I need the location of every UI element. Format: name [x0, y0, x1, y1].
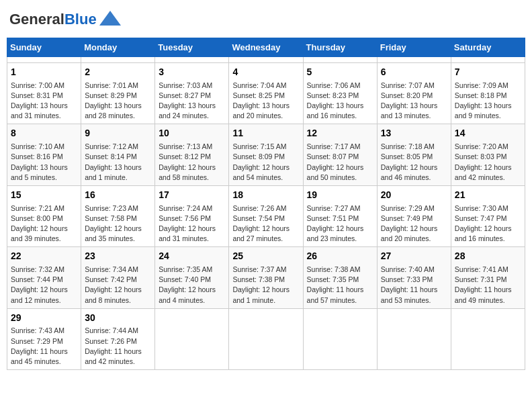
day-info: Sunrise: 7:20 AM Sunset: 8:03 PM Dayligh…	[455, 142, 521, 183]
day-cell: 16Sunrise: 7:23 AM Sunset: 7:58 PM Dayli…	[81, 185, 155, 246]
day-info: Sunrise: 7:18 AM Sunset: 8:05 PM Dayligh…	[381, 142, 447, 183]
day-cell	[451, 57, 525, 63]
day-info: Sunrise: 7:35 AM Sunset: 7:40 PM Dayligh…	[159, 265, 225, 306]
day-info: Sunrise: 7:44 AM Sunset: 7:26 PM Dayligh…	[85, 326, 151, 367]
day-number: 24	[159, 250, 225, 263]
day-number: 21	[455, 189, 521, 202]
day-cell: 7Sunrise: 7:09 AM Sunset: 8:18 PM Daylig…	[451, 63, 525, 124]
day-info: Sunrise: 7:32 AM Sunset: 7:44 PM Dayligh…	[11, 265, 77, 306]
day-number: 22	[11, 250, 77, 263]
day-number: 7	[455, 66, 521, 79]
day-info: Sunrise: 7:37 AM Sunset: 7:38 PM Dayligh…	[232, 265, 299, 306]
day-number: 12	[307, 127, 373, 140]
day-number: 16	[85, 189, 151, 202]
day-number: 14	[455, 127, 521, 140]
day-info: Sunrise: 7:17 AM Sunset: 8:07 PM Dayligh…	[307, 142, 373, 183]
day-cell: 10Sunrise: 7:13 AM Sunset: 8:12 PM Dayli…	[155, 124, 229, 185]
day-number: 10	[159, 127, 225, 140]
week-row-3: 8Sunrise: 7:10 AM Sunset: 8:16 PM Daylig…	[7, 124, 525, 185]
day-info: Sunrise: 7:21 AM Sunset: 8:00 PM Dayligh…	[11, 203, 77, 244]
day-cell: 13Sunrise: 7:18 AM Sunset: 8:05 PM Dayli…	[377, 124, 451, 185]
day-cell: 29Sunrise: 7:43 AM Sunset: 7:29 PM Dayli…	[7, 308, 81, 369]
day-cell	[155, 308, 229, 369]
day-number: 30	[85, 312, 151, 325]
day-cell: 28Sunrise: 7:41 AM Sunset: 7:31 PM Dayli…	[451, 247, 525, 308]
day-cell	[229, 57, 303, 63]
day-info: Sunrise: 7:03 AM Sunset: 8:27 PM Dayligh…	[159, 81, 225, 122]
svg-marker-0	[99, 11, 121, 26]
day-cell: 3Sunrise: 7:03 AM Sunset: 8:27 PM Daylig…	[155, 63, 229, 124]
day-cell: 18Sunrise: 7:26 AM Sunset: 7:54 PM Dayli…	[229, 185, 303, 246]
day-cell: 25Sunrise: 7:37 AM Sunset: 7:38 PM Dayli…	[229, 247, 303, 308]
day-info: Sunrise: 7:38 AM Sunset: 7:35 PM Dayligh…	[307, 265, 373, 306]
day-number: 20	[381, 189, 447, 202]
day-cell	[155, 57, 229, 63]
day-cell: 4Sunrise: 7:04 AM Sunset: 8:25 PM Daylig…	[229, 63, 303, 124]
day-info: Sunrise: 7:24 AM Sunset: 7:56 PM Dayligh…	[159, 203, 225, 244]
day-cell	[7, 57, 81, 63]
day-number: 19	[307, 189, 373, 202]
day-cell: 15Sunrise: 7:21 AM Sunset: 8:00 PM Dayli…	[7, 185, 81, 246]
day-cell: 1Sunrise: 7:00 AM Sunset: 8:31 PM Daylig…	[7, 63, 81, 124]
day-number: 5	[307, 66, 373, 79]
day-cell: 6Sunrise: 7:07 AM Sunset: 8:20 PM Daylig…	[377, 63, 451, 124]
day-number: 28	[455, 250, 521, 263]
day-info: Sunrise: 7:27 AM Sunset: 7:51 PM Dayligh…	[307, 203, 373, 244]
day-number: 23	[85, 250, 151, 263]
day-cell: 23Sunrise: 7:34 AM Sunset: 7:42 PM Dayli…	[81, 247, 155, 308]
day-number: 26	[307, 250, 373, 263]
day-number: 15	[11, 189, 77, 202]
day-cell: 14Sunrise: 7:20 AM Sunset: 8:03 PM Dayli…	[451, 124, 525, 185]
day-cell: 24Sunrise: 7:35 AM Sunset: 7:40 PM Dayli…	[155, 247, 229, 308]
day-cell: 22Sunrise: 7:32 AM Sunset: 7:44 PM Dayli…	[7, 247, 81, 308]
day-info: Sunrise: 7:10 AM Sunset: 8:16 PM Dayligh…	[11, 142, 77, 183]
day-header-monday: Monday	[81, 38, 155, 57]
day-number: 25	[232, 250, 299, 263]
calendar-table: SundayMondayTuesdayWednesdayThursdayFrid…	[7, 38, 525, 370]
day-info: Sunrise: 7:06 AM Sunset: 8:23 PM Dayligh…	[307, 81, 373, 122]
day-cell: 11Sunrise: 7:15 AM Sunset: 8:09 PM Dayli…	[229, 124, 303, 185]
day-number: 27	[381, 250, 447, 263]
day-header-friday: Friday	[377, 38, 451, 57]
day-number: 4	[232, 66, 299, 79]
week-row-4: 15Sunrise: 7:21 AM Sunset: 8:00 PM Dayli…	[7, 185, 525, 246]
day-info: Sunrise: 7:04 AM Sunset: 8:25 PM Dayligh…	[232, 81, 299, 122]
day-number: 1	[11, 66, 77, 79]
day-cell: 30Sunrise: 7:44 AM Sunset: 7:26 PM Dayli…	[81, 308, 155, 369]
day-cell: 27Sunrise: 7:40 AM Sunset: 7:33 PM Dayli…	[377, 247, 451, 308]
day-number: 11	[232, 127, 299, 140]
day-cell	[229, 308, 303, 369]
logo-blue: Blue	[64, 11, 97, 28]
day-cell	[303, 308, 377, 369]
day-cell: 5Sunrise: 7:06 AM Sunset: 8:23 PM Daylig…	[303, 63, 377, 124]
day-info: Sunrise: 7:09 AM Sunset: 8:18 PM Dayligh…	[455, 81, 521, 122]
day-info: Sunrise: 7:13 AM Sunset: 8:12 PM Dayligh…	[159, 142, 225, 183]
logo-general: General	[9, 11, 64, 28]
day-info: Sunrise: 7:40 AM Sunset: 7:33 PM Dayligh…	[381, 265, 447, 306]
day-info: Sunrise: 7:26 AM Sunset: 7:54 PM Dayligh…	[232, 203, 299, 244]
day-cell	[81, 57, 155, 63]
week-row-6: 29Sunrise: 7:43 AM Sunset: 7:29 PM Dayli…	[7, 308, 525, 369]
logo-icon	[99, 11, 121, 26]
logo-text: GeneralBlue	[9, 12, 97, 27]
day-cell: 17Sunrise: 7:24 AM Sunset: 7:56 PM Dayli…	[155, 185, 229, 246]
day-cell: 2Sunrise: 7:01 AM Sunset: 8:29 PM Daylig…	[81, 63, 155, 124]
day-number: 13	[381, 127, 447, 140]
day-cell: 21Sunrise: 7:30 AM Sunset: 7:47 PM Dayli…	[451, 185, 525, 246]
day-header-saturday: Saturday	[451, 38, 525, 57]
day-number: 6	[381, 66, 447, 79]
page-header: GeneralBlue	[7, 7, 525, 32]
logo: GeneralBlue	[9, 11, 121, 28]
day-info: Sunrise: 7:15 AM Sunset: 8:09 PM Dayligh…	[232, 142, 299, 183]
day-cell: 9Sunrise: 7:12 AM Sunset: 8:14 PM Daylig…	[81, 124, 155, 185]
day-number: 9	[85, 127, 151, 140]
day-cell: 12Sunrise: 7:17 AM Sunset: 8:07 PM Dayli…	[303, 124, 377, 185]
day-cell	[377, 57, 451, 63]
day-number: 8	[11, 127, 77, 140]
day-number: 2	[85, 66, 151, 79]
day-info: Sunrise: 7:01 AM Sunset: 8:29 PM Dayligh…	[85, 81, 151, 122]
day-number: 29	[11, 312, 77, 325]
day-info: Sunrise: 7:34 AM Sunset: 7:42 PM Dayligh…	[85, 265, 151, 306]
week-row-5: 22Sunrise: 7:32 AM Sunset: 7:44 PM Dayli…	[7, 247, 525, 308]
week-row-2: 1Sunrise: 7:00 AM Sunset: 8:31 PM Daylig…	[7, 63, 525, 124]
